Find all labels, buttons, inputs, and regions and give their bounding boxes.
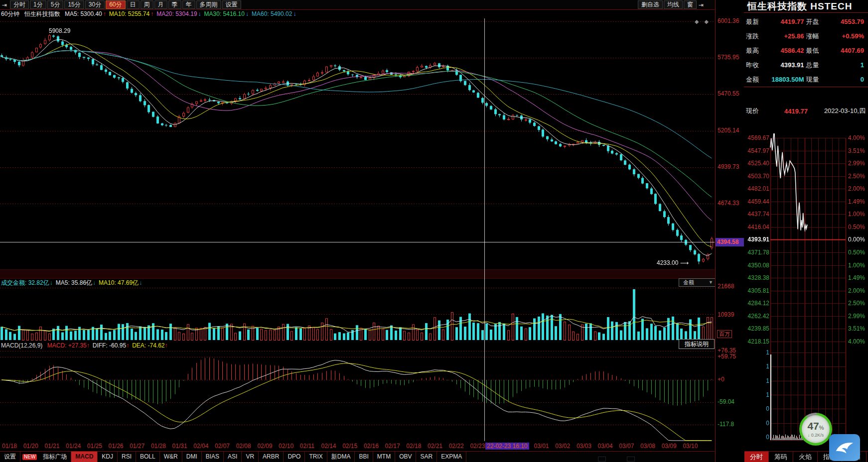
network-speed-gauge[interactable]: 47% ↓ 0.2K/s [799, 413, 832, 446]
period-toolbar: ⇥ 分时1分5分15分30分60分日周月季年多周期设置 删自选均线窗⇥ [0, 0, 715, 10]
spot-value: 4419.77 [768, 108, 808, 115]
indicator-button-KDJ[interactable]: KDJ [98, 452, 118, 462]
skip-end-icon[interactable]: ⇥ [697, 1, 706, 8]
indicator-button-DPO[interactable]: DPO [284, 452, 305, 462]
indicator-buttons: MACDKDJRSIBOLLW&RDMIBIASASIVRARBRDPOTRIX… [71, 452, 466, 462]
indicator-button-EXPMA[interactable]: EXPMA [437, 452, 466, 462]
indicator-button-MTM[interactable]: MTM [373, 452, 395, 462]
period-button-季[interactable]: 季 [168, 0, 181, 9]
bird-logo-icon[interactable] [829, 434, 860, 461]
period-button-15分[interactable]: 15分 [64, 0, 84, 9]
volume-type-dropdown[interactable]: 金额▼ [679, 278, 716, 287]
trend-arrow-icon: ↓ [246, 10, 249, 17]
trend-arrow-icon: ↓ [293, 10, 296, 17]
indicator-button-OBV[interactable]: OBV [395, 452, 416, 462]
trend-arrow-icon: ↑ [126, 342, 129, 349]
period-button-年[interactable]: 年 [182, 0, 195, 9]
date-label: 02/07 [215, 443, 230, 450]
settings-button[interactable]: 设置 [0, 452, 20, 462]
main-candlestick-canvas[interactable] [0, 18, 715, 269]
symbol-label: 恒生科技指数 [24, 10, 60, 17]
sidebar-tab-筹码[interactable]: 筹码 [769, 452, 793, 462]
mini-pct-label: 3.51% [844, 147, 865, 154]
dropdown-arrow-icon: ▼ [709, 279, 713, 286]
period-button-60分[interactable]: 60分 [106, 0, 125, 9]
period-button-分时[interactable]: 分时 [10, 0, 29, 9]
sidebar-tab-火焰[interactable]: 火焰 [793, 452, 818, 462]
mini-pct-label: 0.50% [844, 224, 865, 231]
date-label: 03/02 [555, 443, 570, 450]
volume-canvas[interactable] [0, 288, 715, 341]
price-axis-column: 6001.365735.955470.555205.144939.734674.… [715, 0, 744, 462]
crosshair-vertical-line [484, 18, 485, 441]
volume-axis-label: 10939 [716, 311, 744, 318]
date-label: 02/11 [300, 443, 314, 450]
indicator-button-RSI[interactable]: RSI [118, 452, 136, 462]
mini-price-label: 4371.78 [745, 249, 769, 256]
mini-price-label: 4239.85 [745, 325, 769, 332]
quote-label: 总量 [806, 61, 824, 70]
period-button-周[interactable]: 周 [141, 0, 153, 9]
indicator-button-TRIX[interactable]: TRIX [305, 452, 327, 462]
mini-price-label: 4416.04 [745, 224, 769, 231]
skip-start-icon[interactable]: ⇥ [0, 1, 9, 8]
volume-unit-label: 百万 [717, 330, 732, 338]
toolbar-button-删自选[interactable]: 删自选 [638, 0, 663, 9]
indicator-button-BIAS[interactable]: BIAS [202, 452, 224, 462]
trend-arrow-icon: ↓ [50, 279, 53, 286]
period-button-30分[interactable]: 30分 [85, 0, 105, 9]
date-label: 02/08 [236, 443, 251, 450]
mini-volume-label: 1 [745, 377, 769, 384]
indicator-button-VR[interactable]: VR [242, 452, 259, 462]
toolbar-button-均线[interactable]: 均线 [664, 0, 683, 9]
chart-scrollbar[interactable] [0, 269, 715, 279]
ma-value: MA30: 5416.10 [204, 10, 245, 17]
period-button-多周期[interactable]: 多周期 [196, 0, 221, 9]
indicator-button-SAR[interactable]: SAR [416, 452, 437, 462]
date-label: 03/03 [577, 443, 591, 450]
quote-value: 4419.77 [764, 18, 806, 25]
toolbar-button-窗[interactable]: 窗 [684, 0, 697, 9]
indicator-button-BBI[interactable]: BBI [355, 452, 373, 462]
quote-value: 18803.50M [764, 76, 806, 83]
indicator-button-MACD[interactable]: MACD [71, 452, 98, 462]
period-button-5分[interactable]: 5分 [47, 0, 64, 9]
mini-pct-label: 4.00% [844, 134, 865, 141]
mini-price-label: 4305.81 [745, 287, 769, 294]
indicator-button-ASI[interactable]: ASI [224, 452, 242, 462]
indicator-plaza-button[interactable]: 指标广场 [39, 452, 71, 462]
indicator-button-新DMA[interactable]: 新DMA [327, 452, 355, 462]
macd-header-value: MACD: +27.35 [47, 342, 87, 349]
indicator-button-DMI[interactable]: DMI [182, 452, 202, 462]
indicator-button-W&R[interactable]: W&R [160, 452, 182, 462]
period-button-月[interactable]: 月 [154, 0, 167, 9]
quote-row: 金额18803.50M现量0 [746, 72, 866, 87]
period-button-1分[interactable]: 1分 [30, 0, 46, 9]
sidebar-tab-分时[interactable]: 分时 [744, 452, 769, 462]
spot-date: 2022-03-10,四 [808, 107, 867, 116]
date-label: 02/22 [449, 443, 464, 450]
mini-pct-label: 1.49% [844, 274, 865, 281]
quote-row: 涨跌+25.86涨幅+0.59% [746, 29, 866, 43]
period-button-日[interactable]: 日 [127, 0, 140, 9]
low-price-annotation: 4233.00 ⟶ [657, 259, 689, 266]
period-button-设置[interactable]: 设置 [222, 0, 241, 9]
date-label: 01/24 [66, 443, 81, 450]
date-label: 01/25 [87, 443, 102, 450]
date-label: 02/14 [321, 443, 336, 450]
quote-value: 4553.79 [824, 18, 867, 25]
down-arrow-icon: ↓ [808, 433, 810, 438]
trend-arrow-icon: ↑ [150, 10, 153, 17]
low-arrow-icon: ⟶ [680, 259, 689, 266]
indicator-button-ARBR[interactable]: ARBR [259, 452, 284, 462]
indicator-button-BOLL[interactable]: BOLL [136, 452, 160, 462]
ma-value: MA10: 5255.74 [109, 10, 149, 17]
mini-pct-label: 2.50% [844, 173, 865, 180]
period-buttons: 分时1分5分15分30分60分日周月季年多周期设置 [9, 0, 241, 9]
mini-pct-label: 1.00% [844, 262, 865, 269]
mini-volume-label: 1 [745, 349, 769, 356]
macd-canvas[interactable] [0, 349, 715, 441]
spot-label: 现价 [746, 107, 768, 116]
period-label: 60分钟 [1, 10, 19, 17]
indicator-help-button[interactable]: 指标说明 [679, 339, 715, 349]
